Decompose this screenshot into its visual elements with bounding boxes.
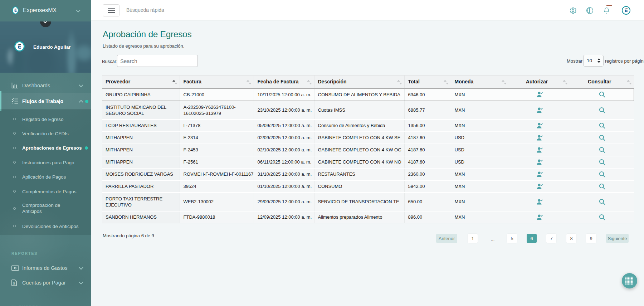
- svg-text:$: $: [13, 282, 15, 285]
